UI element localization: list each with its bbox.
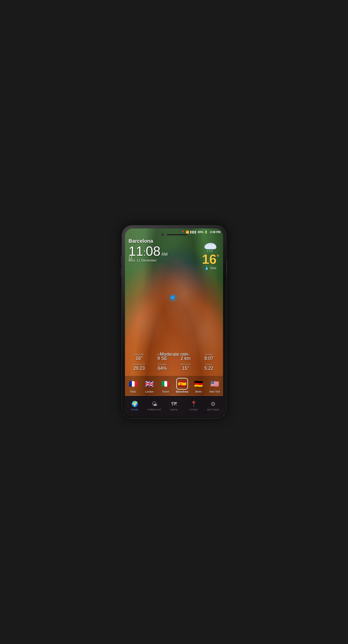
city-new-york[interactable]: 🇺🇸 New York	[207, 378, 223, 393]
stat-pressure: Pressure (") 29.23	[128, 362, 151, 372]
stat-dew-point: Dew Point 15°	[174, 362, 197, 372]
stat-humidity: Humidity 64%	[151, 362, 174, 372]
stat-feels-like: Feels like 16°	[128, 352, 151, 362]
weather-stats-grid: Feels like 16° Wind (m/s) 9 SE Visibilit…	[125, 352, 223, 372]
barcelona-label: Barcelona	[176, 390, 188, 393]
nav-home[interactable]: 🌍 HOME	[125, 399, 145, 413]
share-icon[interactable]: ⟨⟩	[129, 254, 133, 260]
stat-visibility: Visibility 2 km	[174, 352, 197, 362]
barcelona-flag: 🇪🇸	[176, 378, 188, 390]
london-label: London	[145, 390, 154, 393]
bottom-navigation: 🌍 HOME 🌤 FORECAST 🗺 MAPS 📍 CITIES ⚙ SETT…	[125, 396, 223, 416]
forecast-icon: 🌤	[152, 401, 157, 407]
city-london[interactable]: 🇬🇧 London	[141, 378, 157, 393]
temperature-display: 16°	[202, 253, 219, 266]
phone-top-bar	[161, 233, 187, 236]
rome-flag: 🇮🇹	[160, 378, 172, 390]
stat-sunset: Sunset 5:22	[197, 362, 221, 372]
paris-flag: 🇫🇷	[127, 378, 139, 390]
time-separator: :	[143, 247, 146, 258]
time-minutes: 08	[146, 244, 161, 258]
cities-row: 🇫🇷 Paris 🇬🇧 London 🇮🇹 Rome 🇪🇸 Barcelona …	[125, 376, 223, 395]
phone-screen: 📍 📶 ▌▌▌▌ 89% 🔋 2:08 PM Barcelona 11 : 08…	[125, 228, 223, 416]
cities-label: CITIES	[189, 408, 198, 411]
cities-icon: 📍	[190, 401, 197, 407]
city-barcelona[interactable]: 🇪🇸 Barcelona	[174, 378, 190, 393]
home-icon: 🌍	[131, 401, 138, 407]
battery-icon: 🔋	[204, 231, 208, 234]
volume-down-button[interactable]	[121, 267, 122, 276]
nav-forecast[interactable]: 🌤 FORECAST	[145, 399, 164, 413]
paris-label: Paris	[130, 390, 136, 393]
city-rome[interactable]: 🇮🇹 Rome	[158, 378, 174, 393]
berlin-flag: 🇩🇪	[193, 378, 204, 390]
berlin-label: Berlin	[195, 390, 202, 393]
weather-icon-container	[202, 241, 219, 253]
front-camera	[161, 233, 164, 236]
london-flag: 🇬🇧	[144, 378, 155, 390]
new-york-flag: 🇺🇸	[209, 378, 221, 390]
barcelona-location-dot	[171, 296, 175, 299]
nav-cities[interactable]: 📍 CITIES	[184, 399, 203, 413]
forecast-label: FORECAST	[148, 408, 161, 411]
stat-sunrise: Sunrise 8:07	[197, 352, 221, 362]
home-label: HOME	[131, 408, 138, 411]
svg-rect-3	[205, 247, 216, 249]
city-berlin[interactable]: 🇩🇪 Berlin	[190, 378, 207, 393]
earpiece-speaker	[167, 234, 187, 235]
svg-line-4	[208, 250, 208, 252]
nav-maps[interactable]: 🗺 MAPS	[164, 399, 184, 413]
power-button[interactable]	[226, 261, 227, 274]
rain-cloud-icon	[202, 241, 219, 253]
rome-label: Rome	[162, 390, 169, 393]
time-ampm: AM	[162, 252, 168, 257]
humidity-display: 💧 70%	[202, 266, 219, 270]
settings-label: SETTINGS	[207, 408, 219, 411]
maps-icon: 🗺	[171, 401, 177, 407]
battery-percent: 89%	[198, 231, 203, 234]
maps-label: MAPS	[170, 408, 178, 411]
volume-up-button[interactable]	[121, 256, 122, 265]
stat-wind: Wind (m/s) 9 SE	[151, 352, 174, 362]
nav-settings[interactable]: ⚙ SETTINGS	[203, 399, 223, 413]
city-paris[interactable]: 🇫🇷 Paris	[125, 378, 141, 393]
new-york-label: New York	[210, 390, 220, 393]
status-time: 2:08 PM	[210, 231, 220, 234]
svg-line-6	[212, 250, 212, 252]
settings-icon: ⚙	[211, 401, 216, 407]
phone-frame: 📍 📶 ▌▌▌▌ 89% 🔋 2:08 PM Barcelona 11 : 08…	[122, 225, 226, 419]
signal-status-icon: ▌▌▌▌	[190, 231, 197, 233]
svg-line-5	[210, 250, 210, 252]
weather-right-panel: 16° 💧 70%	[202, 241, 219, 270]
